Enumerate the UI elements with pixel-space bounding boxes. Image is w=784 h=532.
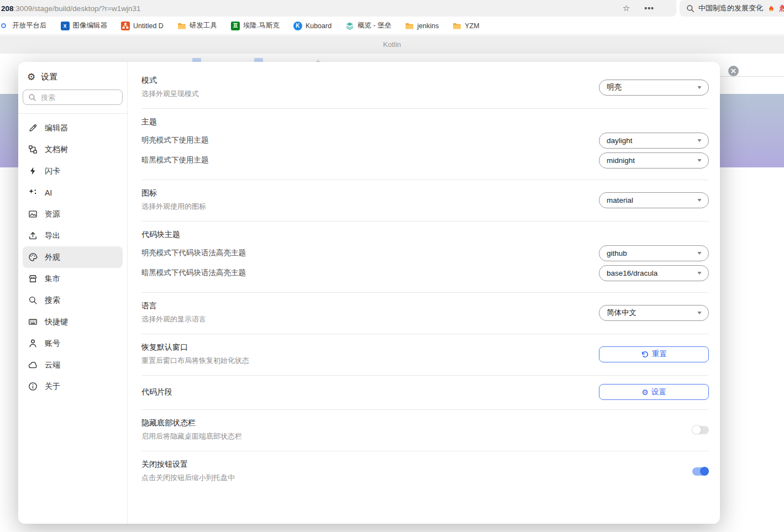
section-desc: 启用后将隐藏桌面端底部状态栏	[141, 431, 242, 441]
bookmark-item[interactable]: x图像编辑器	[61, 21, 108, 30]
chevron-down-icon	[697, 139, 702, 142]
search-icon	[28, 296, 38, 305]
select-s1r0[interactable]: daylight	[599, 133, 709, 149]
sidebar-item-doc-tree[interactable]: 文档树	[23, 139, 123, 160]
section-desc: 选择外观呈现模式	[141, 89, 199, 99]
flame-icon	[767, 4, 775, 13]
sidebar-item-label: 集市	[45, 274, 60, 284]
palette-icon	[28, 252, 38, 262]
settings-row: 暗黑模式下代码块语法高亮主题base16/dracula	[141, 263, 709, 283]
select-s0[interactable]: 明亮	[599, 80, 709, 96]
bookmark-item[interactable]: Untitled D	[121, 22, 164, 30]
select-s3r0[interactable]: github	[599, 245, 709, 261]
chevron-down-icon	[697, 199, 702, 202]
sidebar-item-label: 关于	[45, 382, 60, 392]
lightning-icon	[28, 166, 38, 176]
section-desc: 选择外观的显示语言	[141, 314, 206, 324]
chevron-down-icon	[697, 252, 702, 255]
page-tab-band: Kotlin	[0, 35, 784, 54]
search-icon	[686, 4, 694, 13]
sidebar-item-person[interactable]: 账号	[23, 333, 123, 354]
bookmark-item[interactable]: KKuboard	[293, 22, 332, 30]
row-label: 明亮模式下使用主题	[141, 135, 209, 145]
bookmark-item[interactable]: jenkins	[405, 22, 439, 30]
settings-section: 图标选择外观使用的图标material	[141, 180, 709, 222]
sidebar-item-sparkles[interactable]: AI	[23, 182, 123, 203]
person-icon	[28, 339, 38, 348]
sidebar-item-cloud[interactable]: 云端	[23, 354, 123, 376]
star-icon[interactable]: ☆	[623, 3, 630, 13]
square-letter-icon: x	[61, 22, 70, 30]
section-title: 主题	[141, 117, 709, 127]
ellipsis-icon[interactable]: •••	[644, 4, 654, 13]
hot-search-widget[interactable]: 中国制造的发展变化 热	[680, 0, 784, 17]
bookmark-item[interactable]: 概览 - 堡垒	[345, 21, 391, 30]
sidebar-item-label: 导出	[45, 231, 60, 241]
keyboard-icon	[28, 317, 38, 326]
sidebar-item-label: AI	[45, 188, 52, 197]
bookmark-label: jenkins	[417, 22, 439, 30]
globe-partial-icon	[0, 22, 9, 30]
image-icon	[28, 209, 38, 219]
bookmark-item[interactable]: YZM	[452, 22, 479, 30]
settings-section: 恢复默认窗口重置后窗口布局将恢复初始化状态重置	[141, 334, 709, 376]
sidebar-search-box[interactable]	[23, 89, 123, 105]
section-desc: 重置后窗口布局将恢复初始化状态	[141, 356, 249, 366]
sparkles-icon	[28, 188, 38, 197]
chevron-down-icon	[697, 272, 702, 275]
bookmark-label: 概览 - 堡垒	[357, 21, 391, 30]
sidebar-item-lightning[interactable]: 闪卡	[23, 160, 123, 182]
address-bar[interactable]: 208:3009/stage/build/desktop/?r=w1wjn31 …	[0, 0, 676, 17]
doc-tree-icon	[28, 145, 38, 154]
toggle-s7[interactable]	[692, 426, 709, 434]
settings-section: 代码片段⚙设置	[141, 376, 709, 410]
sidebar-item-label: 闪卡	[45, 166, 60, 176]
sidebar-item-palette[interactable]: 外观	[23, 246, 123, 268]
select-s1r1[interactable]: midnight	[599, 152, 709, 168]
bookmark-item[interactable]: 豆埃隆.马斯克	[231, 21, 280, 30]
undo-icon	[641, 350, 649, 359]
sidebar-item-label: 快捷键	[45, 317, 68, 327]
settings-content: 模式选择外观呈现模式明亮主题明亮模式下使用主题daylight暗黑模式下使用主题…	[128, 62, 720, 524]
sidebar-item-pencil[interactable]: 编辑器	[23, 117, 123, 139]
bookmarks-bar: 开放平台后x图像编辑器Untitled D研发工具豆埃隆.马斯克KKuboard…	[0, 17, 784, 35]
sidebar-item-info[interactable]: 关于	[23, 376, 123, 397]
close-icon[interactable]	[728, 66, 739, 76]
section-title: 关闭按钮设置	[141, 460, 235, 470]
chevron-down-icon	[697, 159, 702, 162]
settings-row: 明亮模式下代码块语法高亮主题github	[141, 243, 709, 263]
settings-section: 模式选择外观呈现模式明亮	[141, 67, 709, 109]
row-label: 暗黑模式下使用主题	[141, 155, 209, 165]
select-s3r1[interactable]: base16/dracula	[599, 265, 709, 281]
select-s4[interactable]: 简体中文	[599, 305, 709, 321]
bookmark-item[interactable]: 研发工具	[177, 21, 217, 30]
sidebar-item-label: 搜索	[45, 296, 60, 305]
sidebar-item-store[interactable]: 集市	[23, 268, 123, 289]
sidebar-item-keyboard[interactable]: 快捷键	[23, 311, 123, 333]
section-title: 模式	[141, 76, 199, 86]
section-title: 恢复默认窗口	[141, 343, 249, 352]
toggle-s8[interactable]	[692, 467, 709, 476]
sidebar-item-image[interactable]: 资源	[23, 203, 123, 225]
settings-row: 明亮模式下使用主题daylight	[141, 130, 709, 150]
section-desc: 选择外观使用的图标	[141, 202, 206, 212]
search-input[interactable]	[41, 93, 117, 102]
export-icon	[28, 231, 38, 240]
settings-section: 代码块主题明亮模式下代码块语法高亮主题github暗黑模式下代码块语法高亮主题b…	[141, 222, 709, 293]
cloud-icon	[28, 360, 38, 370]
bookmark-item[interactable]: 开放平台后	[0, 21, 47, 30]
toggle-knob	[692, 425, 701, 434]
s6-button[interactable]: ⚙设置	[599, 384, 709, 400]
chevron-down-icon	[697, 86, 702, 89]
section-title: 图标	[141, 188, 206, 198]
search-icon	[28, 93, 36, 102]
toggle-knob	[700, 467, 709, 476]
select-s2[interactable]: material	[599, 192, 709, 208]
row-label: 明亮模式下代码块语法高亮主题	[141, 248, 246, 258]
settings-section: 隐藏底部状态栏启用后将隐藏桌面端底部状态栏	[141, 410, 709, 451]
sidebar-item-search[interactable]: 搜索	[23, 289, 123, 311]
s5-button[interactable]: 重置	[599, 346, 709, 362]
row-label: 暗黑模式下代码块语法高亮主题	[141, 268, 246, 278]
sidebar-item-export[interactable]: 导出	[23, 225, 123, 246]
bookmark-label: Kuboard	[306, 22, 332, 30]
